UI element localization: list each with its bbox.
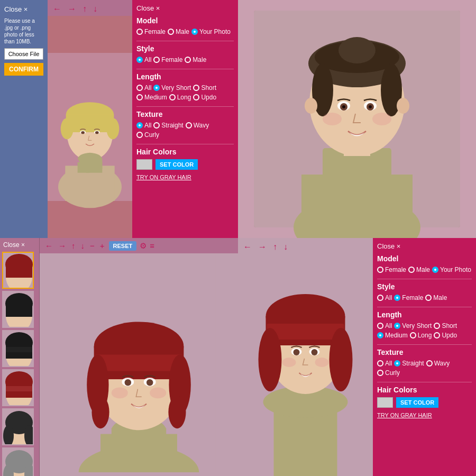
- q4-female-radio[interactable]: [377, 267, 383, 273]
- q4-style-all-radio[interactable]: [377, 295, 383, 301]
- length-medium[interactable]: Medium: [136, 94, 167, 101]
- q4-panel-close-button[interactable]: Close ×: [377, 242, 400, 250]
- length-very-short-radio[interactable]: [153, 85, 160, 91]
- q4-length-all[interactable]: All: [377, 322, 392, 329]
- q4-texture-all-radio[interactable]: [377, 360, 383, 367]
- style-female[interactable]: Female: [153, 56, 182, 63]
- q4-style-male-radio[interactable]: [425, 295, 432, 301]
- toolbar-arrow-up[interactable]: ↑: [70, 240, 77, 251]
- q4-arrow-up[interactable]: ↑: [271, 241, 279, 253]
- length-all[interactable]: All: [136, 84, 151, 91]
- q4-arrow-left[interactable]: ←: [241, 241, 254, 253]
- your-photo-radio[interactable]: [191, 29, 198, 35]
- q4-length-vs-radio[interactable]: [394, 323, 400, 329]
- texture-straight[interactable]: Straight: [153, 122, 183, 129]
- q4-length-m-radio[interactable]: [377, 332, 383, 338]
- texture-wavy[interactable]: Wavy: [186, 122, 209, 129]
- q4-your-photo-radio[interactable]: [432, 267, 438, 273]
- length-updo-radio[interactable]: [193, 94, 199, 100]
- length-long[interactable]: Long: [169, 94, 191, 101]
- texture-straight-radio[interactable]: [153, 122, 160, 129]
- q4-texture-all[interactable]: All: [377, 360, 392, 367]
- male-radio[interactable]: [168, 29, 174, 35]
- q4-texture-s-radio[interactable]: [394, 360, 400, 367]
- q4-texture-w-radio[interactable]: [426, 360, 433, 367]
- arrow-left[interactable]: ←: [51, 3, 63, 15]
- style-all[interactable]: All: [136, 56, 151, 63]
- arrow-up[interactable]: ↑: [80, 3, 89, 15]
- toolbar-zoom-out[interactable]: −: [89, 240, 96, 251]
- q4-try-gray-hair-button[interactable]: TRY ON GRAY HAIR: [377, 412, 432, 418]
- thumb-close-button[interactable]: Close ×: [2, 240, 37, 250]
- model-female[interactable]: Female: [136, 28, 166, 35]
- style-male-radio[interactable]: [185, 57, 191, 63]
- q4-length-medium[interactable]: Medium: [377, 332, 408, 339]
- q4-style-all[interactable]: All: [377, 294, 392, 301]
- q4-length-s-radio[interactable]: [434, 323, 440, 329]
- try-gray-hair-button[interactable]: TRY ON GRAY HAIR: [136, 174, 191, 180]
- length-short-radio[interactable]: [193, 85, 199, 91]
- thumbnail-5[interactable]: [2, 408, 34, 445]
- q4-texture-curly[interactable]: Curly: [377, 369, 400, 377]
- model-male[interactable]: Male: [168, 28, 189, 35]
- sidebar-close-button[interactable]: Close ×: [4, 4, 43, 14]
- thumbnail-6[interactable]: [2, 447, 34, 476]
- q4-texture-straight[interactable]: Straight: [394, 360, 424, 367]
- thumbnail-2[interactable]: [2, 291, 34, 328]
- q4-texture-c-radio[interactable]: [377, 370, 383, 376]
- confirm-button[interactable]: CONFIRM: [4, 63, 43, 76]
- model-your-photo[interactable]: Your Photo: [191, 28, 231, 35]
- panel-close-button[interactable]: Close ×: [136, 4, 160, 12]
- thumbnail-3[interactable]: [2, 330, 34, 367]
- style-female-radio[interactable]: [153, 57, 160, 63]
- q4-length-u-radio[interactable]: [434, 332, 440, 338]
- color-swatch[interactable]: [136, 159, 152, 170]
- q4-male-radio[interactable]: [408, 267, 415, 273]
- toolbar-arrow-right[interactable]: →: [57, 240, 67, 251]
- menu-icon[interactable]: ≡: [150, 241, 154, 250]
- q4-arrow-right[interactable]: →: [256, 241, 269, 253]
- length-medium-radio[interactable]: [136, 94, 143, 100]
- q4-arrow-down[interactable]: ↓: [281, 241, 290, 253]
- female-radio[interactable]: [136, 29, 143, 35]
- toolbar-zoom-in[interactable]: +: [99, 240, 106, 251]
- length-short[interactable]: Short: [193, 84, 216, 91]
- gear-icon[interactable]: ⚙: [140, 241, 147, 251]
- q4-set-color-button[interactable]: SET COLOR: [396, 397, 438, 408]
- texture-curly-radio[interactable]: [136, 132, 143, 138]
- style-all-radio[interactable]: [136, 57, 143, 63]
- toolbar-reset-button[interactable]: RESET: [109, 241, 137, 251]
- texture-all[interactable]: All: [136, 122, 151, 129]
- q4-color-swatch[interactable]: [377, 397, 393, 408]
- arrow-right[interactable]: →: [66, 3, 78, 15]
- q4-length-long[interactable]: Long: [410, 332, 432, 339]
- thumbnail-4[interactable]: [2, 369, 34, 406]
- q4-texture-wavy[interactable]: Wavy: [426, 360, 450, 367]
- texture-wavy-radio[interactable]: [186, 122, 192, 129]
- q4-length-short[interactable]: Short: [434, 322, 457, 329]
- length-long-radio[interactable]: [169, 94, 176, 100]
- q4-style-female-radio[interactable]: [394, 295, 400, 301]
- q4-length-updo[interactable]: Updo: [434, 332, 457, 339]
- length-very-short[interactable]: Very Short: [153, 84, 191, 91]
- length-updo[interactable]: Updo: [193, 94, 216, 101]
- q4-model-female[interactable]: Female: [377, 266, 406, 273]
- toolbar-arrow-down[interactable]: ↓: [80, 240, 86, 251]
- q4-length-l-radio[interactable]: [410, 332, 416, 338]
- set-color-button[interactable]: SET COLOR: [155, 159, 198, 170]
- q4-length-all-radio[interactable]: [377, 323, 383, 329]
- thumbnail-1[interactable]: [2, 252, 34, 289]
- q4-style-male[interactable]: Male: [425, 294, 447, 301]
- texture-all-radio[interactable]: [136, 122, 143, 129]
- texture-curly[interactable]: Curly: [136, 131, 159, 139]
- arrow-down[interactable]: ↓: [91, 3, 99, 15]
- length-section: Length All Very Short Short: [136, 72, 234, 101]
- q4-model-male[interactable]: Male: [408, 266, 430, 273]
- q4-your-photo[interactable]: Your Photo: [432, 266, 471, 273]
- choose-file-button[interactable]: Choose File: [4, 48, 43, 60]
- q4-length-very-short[interactable]: Very Short: [394, 322, 432, 329]
- length-all-radio[interactable]: [136, 85, 143, 91]
- toolbar-arrow-left[interactable]: ←: [44, 240, 54, 251]
- q4-style-female[interactable]: Female: [394, 294, 423, 301]
- style-male[interactable]: Male: [185, 56, 206, 63]
